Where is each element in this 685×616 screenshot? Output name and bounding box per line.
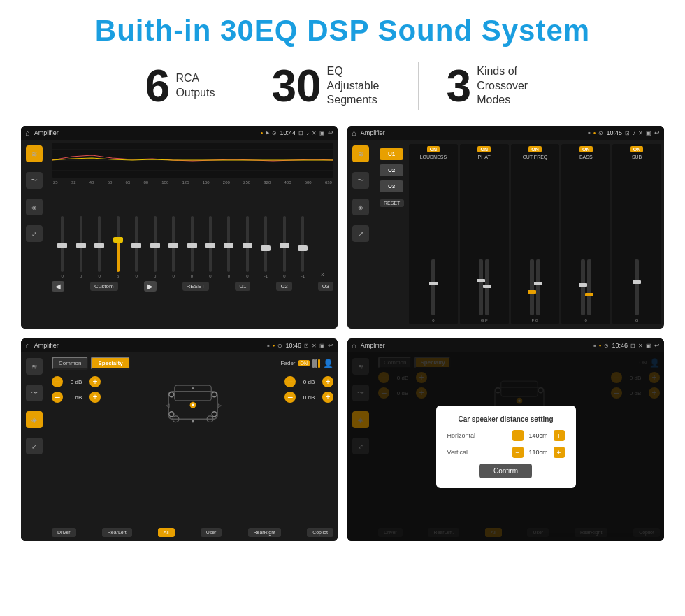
- db-row-rr: − 0 dB +: [284, 392, 333, 403]
- home-icon-2: ⌂: [352, 129, 356, 137]
- dialog-row-horizontal: Horizontal − 140cm +: [447, 430, 565, 441]
- expand-icon-3[interactable]: ⤢: [26, 438, 43, 454]
- eq-prev-button[interactable]: ◀: [52, 281, 64, 292]
- rearright-button[interactable]: RearRight: [248, 528, 282, 537]
- rearleft-button[interactable]: RearLeft: [102, 528, 132, 537]
- wave-icon-3[interactable]: 〜: [26, 385, 43, 401]
- svg-point-7: [168, 392, 173, 397]
- screen4-content: ≋ 〜 ◈ ⤢ Common Specialty ON 👤: [347, 352, 664, 541]
- horizontal-value: 140cm: [526, 432, 551, 439]
- confirm-button[interactable]: Confirm: [480, 464, 532, 478]
- eq-icon-3[interactable]: ≋: [26, 358, 43, 375]
- plus-fl[interactable]: +: [89, 376, 101, 387]
- eq-custom-button[interactable]: Custom: [90, 282, 118, 291]
- tab-common-3[interactable]: Common: [52, 357, 88, 370]
- eq-slider-3[interactable]: 5: [108, 216, 127, 278]
- win-icon-4: ▣: [646, 343, 651, 349]
- speaker-icon-2[interactable]: ◈: [352, 199, 369, 215]
- camera-icon-4: ⊡: [630, 343, 635, 349]
- eq-u1-button[interactable]: U1: [235, 282, 250, 291]
- expand-icon-2[interactable]: ⤢: [352, 225, 369, 242]
- eq-reset-button[interactable]: RESET: [182, 282, 210, 291]
- db-val-rl: 0 dB: [66, 394, 87, 401]
- eq-u2-button[interactable]: U2: [276, 282, 291, 291]
- eq-slider-0[interactable]: 0: [53, 216, 71, 278]
- eq-slider-7[interactable]: 0: [182, 216, 201, 278]
- u2-button[interactable]: U2: [380, 164, 403, 176]
- eq-freq-labels: 25 32 40 50 63 80 100 125 160 200 250 32…: [52, 180, 333, 185]
- app-name-4: Amplifier: [361, 342, 591, 349]
- minus-rl[interactable]: −: [52, 392, 63, 403]
- left-icons-1: ≋ 〜 ◈ ⤢: [21, 140, 48, 329]
- eq-icon-1[interactable]: ≋: [26, 145, 43, 162]
- stat-rca: 6 RCA Outputs: [117, 64, 243, 108]
- u-buttons-col: U1 U2 U3 RESET: [377, 144, 406, 324]
- eq-slider-11[interactable]: -1: [257, 216, 275, 278]
- play-icon-1: ▶: [266, 130, 269, 136]
- eq-slider-5[interactable]: 0: [145, 216, 164, 278]
- crossover-cols: ON LOUDNESS 0 ON PHAT: [409, 144, 661, 324]
- freq-500: 500: [305, 180, 312, 185]
- user-button[interactable]: User: [201, 528, 222, 537]
- freq-200: 200: [223, 180, 230, 185]
- eq-slider-12[interactable]: 0: [275, 216, 294, 278]
- db-val-fl: 0 dB: [66, 379, 87, 385]
- eq-u3-button[interactable]: U3: [318, 282, 333, 291]
- eq-slider-6[interactable]: 0: [164, 216, 182, 278]
- u1-button[interactable]: U1: [380, 148, 403, 160]
- horizontal-controls: − 140cm +: [512, 430, 565, 441]
- horizontal-plus-button[interactable]: +: [554, 430, 565, 441]
- vertical-minus-button[interactable]: −: [512, 447, 524, 458]
- speaker-icon-1[interactable]: ◈: [26, 199, 43, 215]
- horizontal-minus-button[interactable]: −: [512, 430, 524, 441]
- time-4: 10:46: [612, 342, 628, 349]
- tab-specialty-3[interactable]: Specialty: [91, 357, 129, 370]
- vol-icon-3: ✕: [312, 343, 317, 349]
- wave-icon-2[interactable]: 〜: [352, 172, 369, 189]
- u3-button[interactable]: U3: [380, 180, 403, 192]
- svg-text:▼: ▼: [190, 419, 195, 424]
- eq-controls-row: ◀ Custom ▶ RESET U1 U2 U3: [52, 281, 333, 292]
- minus-fr[interactable]: −: [284, 376, 296, 387]
- eq-slider-8[interactable]: 0: [201, 216, 219, 278]
- stats-row: 6 RCA Outputs 30 EQ Adjustable Segments …: [21, 62, 664, 110]
- speaker-icon-3[interactable]: ◈: [26, 411, 43, 428]
- minus-rr[interactable]: −: [284, 392, 296, 403]
- plus-rl[interactable]: +: [89, 392, 101, 403]
- db-val-rr: 0 dB: [298, 394, 319, 401]
- plus-fr[interactable]: +: [322, 376, 333, 387]
- crossover-col-sub: ON SUB G: [612, 144, 661, 324]
- vertical-plus-button[interactable]: +: [554, 447, 565, 458]
- expand-icon-1[interactable]: ⤢: [26, 225, 43, 242]
- eq-slider-4[interactable]: 0: [127, 216, 145, 278]
- reset-crossover-button[interactable]: RESET: [380, 199, 404, 207]
- crossover-col-phat: ON PHAT G F: [460, 144, 509, 324]
- eq-slider-1[interactable]: 0: [71, 216, 89, 278]
- location-icon-2: ⊙: [598, 130, 603, 136]
- statusbar-4: ⌂ Amplifier ■ ● ⊙ 10:46 ⊡ ✕ ▣ ↩: [347, 338, 664, 352]
- stat-text-crossover: Kinds of Crossover Modes: [477, 64, 540, 108]
- plus-rr[interactable]: +: [322, 392, 333, 403]
- minus-fl[interactable]: −: [52, 376, 63, 387]
- eq-slider-more[interactable]: »: [314, 271, 332, 278]
- camera-icon-3: ⊡: [304, 343, 309, 349]
- freq-630: 630: [325, 180, 332, 185]
- driver-button[interactable]: Driver: [52, 528, 76, 537]
- fader-bottom-row: Driver RearLeft All User RearRight Copil…: [52, 528, 333, 537]
- eq-icon-2[interactable]: ≋: [352, 145, 369, 162]
- screen-crossover: ⌂ Amplifier ■ ● ⊙ 10:45 ⊡ ♪ ✕ ▣ ↩ ≋ 〜 ◈ …: [347, 126, 664, 329]
- eq-next-button[interactable]: ▶: [144, 281, 157, 292]
- home-icon-1: ⌂: [25, 129, 30, 137]
- freq-25: 25: [53, 180, 58, 185]
- freq-63: 63: [126, 180, 131, 185]
- eq-main-area: 25 32 40 50 63 80 100 125 160 200 250 32…: [48, 140, 338, 329]
- eq-slider-2[interactable]: 0: [90, 216, 108, 278]
- eq-slider-9[interactable]: 0: [219, 216, 238, 278]
- time-3: 10:46: [285, 342, 301, 349]
- eq-slider-13[interactable]: -1: [294, 216, 312, 278]
- copilot-button[interactable]: Copilot: [307, 528, 333, 537]
- all-button[interactable]: All: [158, 528, 175, 537]
- freq-125: 125: [182, 180, 189, 185]
- eq-slider-10[interactable]: 0: [238, 216, 257, 278]
- wave-icon-1[interactable]: 〜: [26, 172, 43, 189]
